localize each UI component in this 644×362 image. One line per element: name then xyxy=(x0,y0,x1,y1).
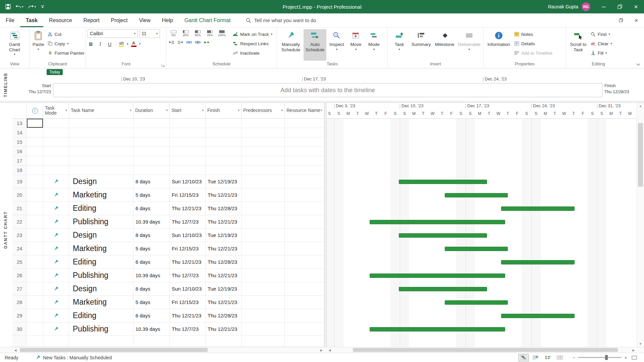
cell-name[interactable] xyxy=(69,137,133,146)
cell-duration[interactable]: 6 days xyxy=(133,255,170,268)
vertical-scrollbar[interactable]: ▲ ▼ xyxy=(637,103,644,347)
table-chart-splitter[interactable] xyxy=(324,103,327,347)
save-button[interactable] xyxy=(5,4,11,9)
cell-res[interactable] xyxy=(285,255,324,268)
cell-name[interactable]: Editing xyxy=(69,255,133,268)
cell-pred[interactable] xyxy=(241,229,285,242)
cell-name[interactable]: Publishing xyxy=(69,215,133,228)
selected-cell[interactable] xyxy=(27,119,43,128)
cell-mode[interactable] xyxy=(43,255,69,268)
tab-project[interactable]: Project xyxy=(105,13,133,27)
user-name[interactable]: Raunak Gupta xyxy=(548,4,578,9)
cell-finish[interactable]: Thu 12/21/23 xyxy=(206,215,241,228)
cell-duration[interactable]: 8 days xyxy=(133,229,170,242)
customize-qat-button[interactable] xyxy=(41,5,45,8)
status-view-team-planner-button[interactable] xyxy=(543,354,553,361)
cell-finish[interactable]: Thu 12/21/23 xyxy=(206,188,241,201)
table-row-18[interactable]: 18 xyxy=(12,166,324,175)
cell-start[interactable]: Thu 12/7/23 xyxy=(170,215,206,228)
cell-info[interactable] xyxy=(27,147,43,156)
cell-pred[interactable] xyxy=(241,147,285,156)
cell-res[interactable] xyxy=(285,188,324,201)
cell-res[interactable] xyxy=(285,242,324,255)
cell-duration[interactable]: 8 days xyxy=(133,175,170,188)
chart-scroll-right-arrow[interactable]: ▶ xyxy=(631,349,637,352)
cell-pred[interactable] xyxy=(241,336,285,347)
cell-name[interactable]: Editing xyxy=(69,202,133,215)
paste-button[interactable]: Paste ▾ xyxy=(31,29,46,61)
underline-button[interactable]: U xyxy=(106,41,113,47)
chart-scroll-left-arrow[interactable]: ◀ xyxy=(327,349,333,352)
cell-res[interactable] xyxy=(285,128,324,137)
scroll-to-task-button[interactable]: Scroll to Task xyxy=(568,29,589,61)
table-scroll-right-arrow[interactable]: ▶ xyxy=(318,349,324,352)
cell-start[interactable] xyxy=(170,166,206,175)
cell-finish[interactable]: Tue 12/19/23 xyxy=(206,175,241,188)
header-dropdown-icon[interactable]: ▾ xyxy=(321,109,322,112)
cell-finish[interactable] xyxy=(206,336,241,347)
cell-num[interactable]: 15 xyxy=(12,137,27,146)
cell-num[interactable]: 24 xyxy=(12,242,27,255)
cell-finish[interactable]: Thu 12/21/23 xyxy=(206,242,241,255)
cell-num[interactable]: 17 xyxy=(12,156,27,165)
outdent-task-button[interactable] xyxy=(169,40,174,45)
status-view-task-usage-button[interactable] xyxy=(531,354,541,361)
cell-info[interactable] xyxy=(27,269,43,282)
cell-duration[interactable] xyxy=(133,128,170,137)
timeline-splitter[interactable] xyxy=(0,101,644,103)
cell-start[interactable]: Fri 12/15/23 xyxy=(170,188,206,201)
redo-button[interactable]: ▾ xyxy=(28,5,36,9)
cell-name[interactable]: Marketing xyxy=(69,296,133,309)
cell-mode[interactable] xyxy=(43,296,69,309)
cell-res[interactable] xyxy=(285,147,324,156)
table-row-26[interactable]: 26Publishing10.39 daysThu 12/7/23Thu 12/… xyxy=(12,269,324,282)
cell-info[interactable] xyxy=(27,242,43,255)
cell-name[interactable] xyxy=(69,119,133,128)
cell-res[interactable] xyxy=(285,296,324,309)
vertical-scroll-thumb[interactable] xyxy=(638,123,643,187)
cell-start[interactable]: Thu 12/21/23 xyxy=(170,255,206,268)
tab-report[interactable]: Report xyxy=(78,13,105,27)
clear-button[interactable]: Clear▾ xyxy=(589,39,613,48)
chart-horizontal-scroll-thumb[interactable] xyxy=(353,348,618,352)
cell-name[interactable] xyxy=(69,147,133,156)
cell-duration[interactable] xyxy=(133,119,170,128)
cell-info[interactable] xyxy=(27,296,43,309)
timeline-pane[interactable]: TIMELINE Today Dec 10, '23Dec 17, '23Dec… xyxy=(0,68,644,101)
cell-start[interactable]: Sun 12/10/23 xyxy=(170,229,206,242)
table-row-28[interactable]: 28Marketing5 daysFri 12/15/23Thu 12/21/2… xyxy=(12,296,324,309)
cell-name[interactable]: Publishing xyxy=(69,269,133,282)
gantt-bar-25[interactable] xyxy=(501,260,574,264)
italic-button[interactable]: I xyxy=(97,41,104,47)
cell-pred[interactable] xyxy=(241,322,285,336)
cell-mode[interactable] xyxy=(43,137,69,146)
respect-links-button[interactable]: Respect Links xyxy=(231,39,274,48)
information-button[interactable]: Information xyxy=(485,29,512,61)
cell-num[interactable]: 18 xyxy=(12,166,27,175)
scroll-down-arrow[interactable]: ▼ xyxy=(637,341,644,347)
cell-num[interactable]: 27 xyxy=(12,282,27,295)
cell-mode[interactable] xyxy=(43,119,69,128)
header-dropdown-icon[interactable]: ▾ xyxy=(238,109,239,112)
cell-finish[interactable]: Thu 12/28/23 xyxy=(206,202,241,215)
cell-res[interactable] xyxy=(285,202,324,215)
percent-75-button[interactable]: 75% xyxy=(204,30,215,37)
header-dropdown-icon[interactable]: ▾ xyxy=(130,109,131,112)
cell-duration[interactable] xyxy=(133,156,170,165)
cell-mode[interactable] xyxy=(43,309,69,322)
mark-on-track-button[interactable]: Mark on Track▾ xyxy=(231,30,274,39)
cell-num[interactable]: 23 xyxy=(12,229,27,242)
table-row-15[interactable]: 15 xyxy=(12,137,324,147)
cell-name[interactable] xyxy=(69,166,133,175)
cell-pred[interactable] xyxy=(241,282,285,295)
table-row-20[interactable]: 20Marketing5 daysFri 12/15/23Thu 12/21/2… xyxy=(12,188,324,202)
bold-button[interactable]: B xyxy=(88,41,94,47)
cell-duration[interactable]: 10.39 days xyxy=(133,269,170,282)
inspect-button[interactable]: ? Inspect ▾ xyxy=(327,29,346,61)
cell-num[interactable]: 26 xyxy=(12,269,27,282)
gantt-bar-23[interactable] xyxy=(399,233,487,238)
gantt-bar-19[interactable] xyxy=(399,180,487,184)
cell-name[interactable]: Design xyxy=(69,175,133,188)
cell-finish[interactable]: Thu 12/28/23 xyxy=(206,309,241,322)
cell-finish[interactable]: Thu 12/21/23 xyxy=(206,296,241,309)
